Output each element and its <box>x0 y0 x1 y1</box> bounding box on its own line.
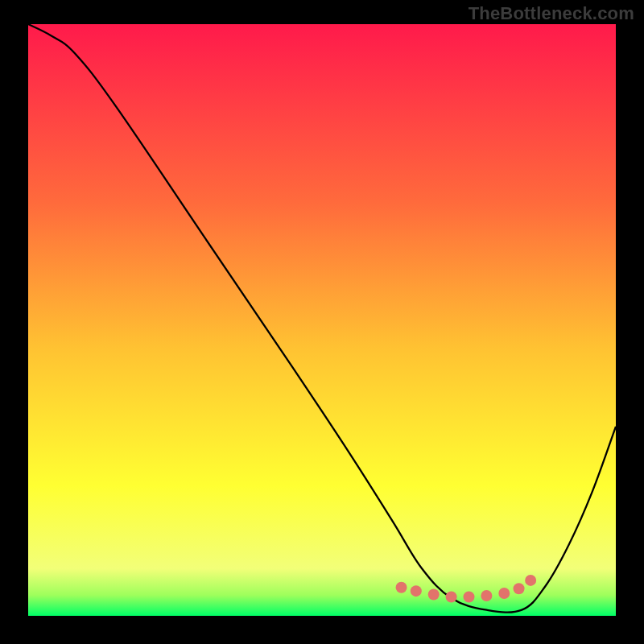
marker-dot <box>446 591 457 602</box>
watermark-text: TheBottleneck.com <box>469 3 634 24</box>
bottleneck-chart <box>0 0 644 644</box>
marker-dot <box>464 591 475 602</box>
marker-dot <box>514 583 525 594</box>
marker-dot <box>411 585 422 597</box>
marker-dot <box>525 575 536 586</box>
marker-dot <box>498 588 510 599</box>
plot-gradient-bg <box>28 24 616 616</box>
chart-frame: { "watermark": "TheBottleneck.com", "cha… <box>0 0 644 644</box>
marker-dot <box>396 582 407 593</box>
marker-dot <box>481 590 492 601</box>
marker-dot <box>428 589 440 601</box>
